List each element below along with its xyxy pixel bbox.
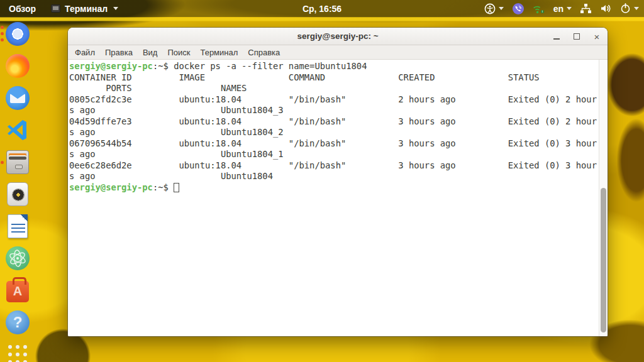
running-indicator-dot [1, 161, 4, 164]
show-applications-icon [8, 345, 27, 362]
app-menu-label: Терминал [65, 4, 108, 14]
terminal-line: sergiy@sergiy-pc:~$ [69, 182, 597, 194]
firefox-icon [6, 54, 30, 78]
terminal-line: CONTAINER ID IMAGE COMMAND CREATED STATU… [69, 72, 597, 84]
scrollbar-thumb[interactable] [601, 188, 606, 332]
menu-bar: Файл Правка Вид Поиск Терминал Справка [68, 45, 608, 60]
terminal-app-icon [51, 4, 60, 13]
terminal-line: 0ee6c28e6d2e ubuntu:18.04 "/bin/bash" 3 … [69, 160, 597, 172]
chevron-down-icon [567, 7, 572, 10]
maximize-icon [574, 33, 580, 40]
terminal-output: sergiy@sergiy-pc:~$ docker ps -a --filte… [69, 61, 597, 336]
menu-edit[interactable]: Правка [100, 45, 138, 59]
vscode-icon [6, 118, 30, 142]
activities-label: Обзор [9, 4, 36, 14]
dock-item-files[interactable] [4, 149, 31, 175]
viber-indicator[interactable] [512, 0, 525, 17]
menu-search[interactable]: Поиск [162, 45, 195, 59]
ubuntu-software-icon [6, 281, 29, 302]
terminal-viewport[interactable]: sergiy@sergiy-pc:~$ docker ps -a --filte… [68, 60, 608, 336]
terminal-line: s ago Ubuntu1804_3 [69, 105, 597, 116]
dock-item-firefox[interactable] [4, 53, 31, 79]
volume-indicator[interactable] [600, 0, 612, 17]
terminal-line: 067096544b54 ubuntu:18.04 "/bin/bash" 3 … [69, 138, 597, 150]
terminal-line: 0805c2fd2c3e ubuntu:18.04 "/bin/bash" 2 … [69, 94, 597, 106]
top-bar: Обзор Терминал Ср, 16:56 [0, 0, 644, 17]
close-icon: × [594, 32, 600, 41]
terminal-window: sergiy@sergiy-pc: ~ × Файл Правка Вид По… [68, 28, 608, 336]
dock-item-vscode[interactable] [4, 117, 31, 143]
terminal-line: s ago Ubuntu1804 [69, 171, 597, 182]
app-menu-button[interactable]: Терминал [45, 0, 125, 17]
menu-terminal[interactable]: Терминал [195, 45, 243, 59]
title-bar[interactable]: sergiy@sergiy-pc: ~ × [68, 28, 608, 45]
accessibility-menu[interactable] [484, 0, 504, 17]
accessibility-icon [484, 3, 496, 14]
chevron-down-icon [499, 7, 504, 10]
app-indicator[interactable]: i [533, 0, 545, 17]
terminal-line: s ago Ubuntu1804_2 [69, 127, 597, 138]
speaker-icon [600, 3, 612, 14]
dock-item-chromium[interactable] [4, 21, 31, 47]
dock-item-ubuntu-software[interactable] [4, 277, 31, 304]
power-icon [620, 3, 631, 14]
terminal-scrollbar[interactable] [599, 60, 608, 336]
wired-network-icon [580, 3, 592, 14]
activities-button[interactable]: Обзор [0, 0, 45, 17]
terminal-cursor [174, 183, 179, 192]
terminal-line: 04d59dffe7e3 ubuntu:18.04 "/bin/bash" 3 … [69, 116, 597, 128]
show-applications-button[interactable] [4, 341, 31, 362]
dock-item-help[interactable]: ? [4, 309, 31, 336]
running-indicator-dot [1, 38, 4, 41]
help-icon: ? [6, 310, 30, 334]
language-menu[interactable]: en [553, 0, 572, 17]
dock-item-rhythmbox[interactable] [4, 181, 31, 207]
chromium-icon [6, 22, 30, 46]
thunderbird-icon [6, 86, 30, 110]
network-indicator[interactable] [580, 0, 592, 17]
menu-file[interactable]: Файл [70, 45, 100, 59]
chevron-down-icon [634, 7, 639, 10]
language-label: en [553, 4, 564, 14]
power-menu[interactable] [620, 0, 639, 17]
terminal-line: sergiy@sergiy-pc:~$ docker ps -a --filte… [69, 61, 597, 72]
maximize-button[interactable] [570, 30, 584, 43]
speaker-app-icon [7, 182, 28, 206]
file-cabinet-icon [6, 150, 29, 174]
dock-item-thunderbird[interactable] [4, 85, 31, 111]
minimize-icon [553, 38, 560, 40]
dock-item-atom[interactable] [4, 245, 31, 272]
libreoffice-writer-icon [8, 214, 28, 238]
close-button[interactable]: × [590, 30, 604, 43]
terminal-line: s ago Ubuntu1804_1 [69, 149, 597, 160]
atom-icon [6, 246, 30, 270]
running-indicator-dot [1, 32, 4, 35]
menu-view[interactable]: Вид [138, 45, 163, 59]
menu-help[interactable]: Справка [243, 45, 285, 59]
signal-icon: i [533, 3, 545, 14]
running-indicator-dot [1, 26, 4, 29]
clock-button[interactable]: Ср, 16:56 [296, 0, 348, 17]
clock-label: Ср, 16:56 [303, 4, 341, 14]
dock: ? [0, 17, 35, 362]
viber-icon [512, 3, 525, 15]
terminal-line: PORTS NAMES [69, 83, 597, 94]
minimize-button[interactable] [550, 30, 564, 43]
window-title: sergiy@sergiy-pc: ~ [68, 31, 608, 41]
desktop: Обзор Терминал Ср, 16:56 [0, 0, 644, 362]
svg-text:i: i [542, 10, 543, 13]
dock-item-libreoffice-writer[interactable] [4, 213, 31, 239]
chevron-down-icon [113, 7, 118, 10]
